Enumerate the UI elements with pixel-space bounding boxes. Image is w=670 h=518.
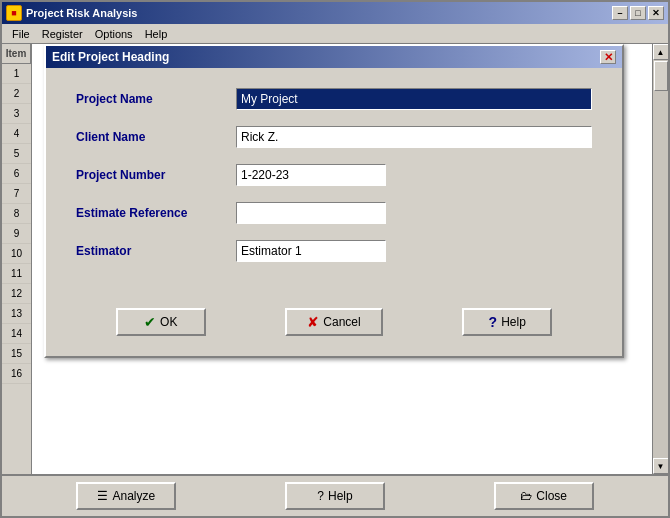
ok-button[interactable]: ✔ OK — [116, 308, 206, 336]
menu-bar: File Register Options Help — [2, 24, 668, 44]
project-number-row: Project Number — [76, 164, 592, 186]
row-1: 1 — [2, 64, 31, 84]
analyze-button[interactable]: ☰ Analyze — [76, 482, 176, 510]
app-icon: ■ — [6, 5, 22, 21]
estimate-reference-label: Estimate Reference — [76, 206, 236, 220]
scrollbar-track[interactable] — [653, 60, 668, 458]
analyze-label: Analyze — [112, 489, 155, 503]
estimator-input[interactable] — [236, 240, 386, 262]
row-5: 5 — [2, 144, 31, 164]
close-toolbar-button[interactable]: 🗁 Close — [494, 482, 594, 510]
app-window: ■ Project Risk Analysis – □ ✕ File Regis… — [0, 0, 670, 518]
row-13: 13 — [2, 304, 31, 324]
restore-button[interactable]: □ — [630, 6, 646, 20]
cancel-label: Cancel — [323, 315, 360, 329]
row-11: 11 — [2, 264, 31, 284]
project-name-label: Project Name — [76, 92, 236, 106]
bottom-toolbar: ☰ Analyze ? Help 🗁 Close — [2, 474, 668, 516]
row-numbers: Item 1 2 3 4 5 6 7 8 9 10 11 12 13 14 15… — [2, 44, 32, 474]
cancel-button[interactable]: ✘ Cancel — [285, 308, 382, 336]
dialog-title-bar: Edit Project Heading ✕ — [46, 46, 622, 68]
dialog-help-label: Help — [501, 315, 526, 329]
project-name-input[interactable] — [236, 88, 592, 110]
scroll-down-button[interactable]: ▼ — [653, 458, 669, 474]
app-title: Project Risk Analysis — [26, 7, 137, 19]
menu-help[interactable]: Help — [139, 26, 174, 42]
close-toolbar-label: Close — [536, 489, 567, 503]
row-7: 7 — [2, 184, 31, 204]
client-name-input[interactable] — [236, 126, 592, 148]
menu-options[interactable]: Options — [89, 26, 139, 42]
menu-file[interactable]: File — [6, 26, 36, 42]
estimator-row: Estimator — [76, 240, 592, 262]
scrollbar-right: ▲ ▼ — [652, 44, 668, 474]
title-bar-controls: – □ ✕ — [612, 6, 664, 20]
dialog-close-button[interactable]: ✕ — [600, 50, 616, 64]
dialog-content: Project Name Client Name Project Number … — [46, 68, 622, 298]
row-16: 16 — [2, 364, 31, 384]
project-number-label: Project Number — [76, 168, 236, 182]
dialog-buttons: ✔ OK ✘ Cancel ? Help — [46, 298, 622, 356]
row-15: 15 — [2, 344, 31, 364]
row-2: 2 — [2, 84, 31, 104]
row-14: 14 — [2, 324, 31, 344]
row-8: 8 — [2, 204, 31, 224]
row-6: 6 — [2, 164, 31, 184]
estimate-reference-row: Estimate Reference — [76, 202, 592, 224]
edit-project-dialog: Edit Project Heading ✕ Project Name Clie… — [44, 44, 624, 358]
close-toolbar-icon: 🗁 — [520, 489, 532, 503]
title-bar: ■ Project Risk Analysis – □ ✕ — [2, 2, 668, 24]
project-name-row: Project Name — [76, 88, 592, 110]
row-10: 10 — [2, 244, 31, 264]
row-4: 4 — [2, 124, 31, 144]
estimate-reference-input[interactable] — [236, 202, 386, 224]
row-12: 12 — [2, 284, 31, 304]
row-9: 9 — [2, 224, 31, 244]
estimator-label: Estimator — [76, 244, 236, 258]
dialog-title: Edit Project Heading — [52, 50, 169, 64]
dialog-help-icon: ? — [489, 314, 498, 330]
help-toolbar-icon: ? — [317, 489, 324, 503]
help-toolbar-button[interactable]: ? Help — [285, 482, 385, 510]
dialog-help-button[interactable]: ? Help — [462, 308, 552, 336]
title-bar-left: ■ Project Risk Analysis — [6, 5, 137, 21]
analyze-icon: ☰ — [97, 489, 108, 503]
scroll-up-button[interactable]: ▲ — [653, 44, 669, 60]
row-header: Item — [2, 44, 31, 64]
close-window-button[interactable]: ✕ — [648, 6, 664, 20]
client-name-row: Client Name — [76, 126, 592, 148]
client-name-label: Client Name — [76, 130, 236, 144]
help-toolbar-label: Help — [328, 489, 353, 503]
cancel-icon: ✘ — [307, 314, 319, 330]
ok-label: OK — [160, 315, 177, 329]
menu-register[interactable]: Register — [36, 26, 89, 42]
row-3: 3 — [2, 104, 31, 124]
minimize-button[interactable]: – — [612, 6, 628, 20]
scrollbar-thumb[interactable] — [654, 61, 668, 91]
project-number-input[interactable] — [236, 164, 386, 186]
ok-icon: ✔ — [144, 314, 156, 330]
